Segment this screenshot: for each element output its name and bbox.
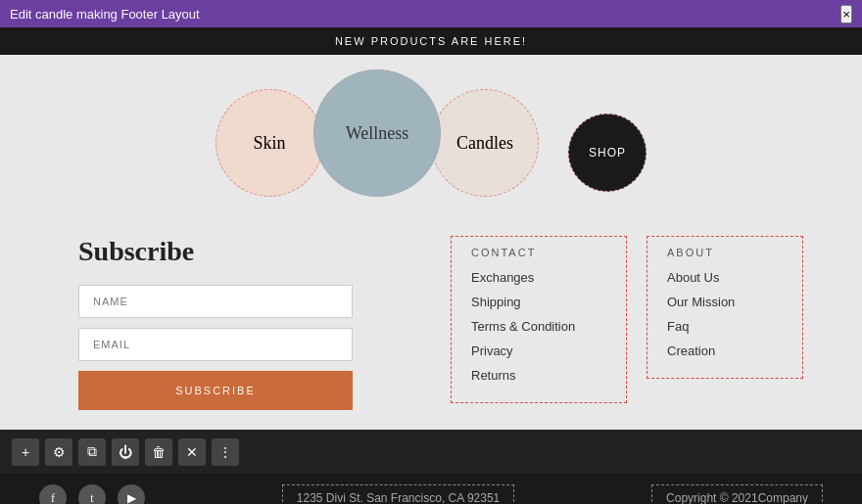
facebook-icon[interactable]: f [39, 484, 67, 504]
social-icons-group: f t ▶ [39, 484, 145, 504]
shop-circle[interactable]: SHOP [568, 114, 646, 192]
skin-label: Skin [253, 133, 285, 154]
title-bar: Edit candle making Footer Layout × [0, 0, 862, 27]
tool-add-button[interactable]: + [12, 438, 39, 466]
shop-circle-item[interactable]: SHOP [568, 74, 646, 192]
tool-more-button[interactable]: ⋮ [212, 438, 239, 466]
tool-power-button[interactable]: ⏻ [112, 438, 139, 466]
facebook-label: f [51, 491, 55, 505]
contact-link-terms[interactable]: Terms & Condition [471, 319, 606, 334]
about-link-faq[interactable]: Faq [667, 319, 783, 334]
about-link-mission[interactable]: Our Mission [667, 295, 783, 309]
name-input[interactable] [78, 285, 353, 318]
contact-link-privacy[interactable]: Privacy [471, 344, 606, 358]
candles-circle[interactable]: Candles [431, 89, 539, 197]
about-link-aboutus[interactable]: About Us [667, 270, 783, 285]
about-heading: ABOUT [667, 247, 783, 258]
footer-copyright: Copyright © 2021Company [651, 484, 823, 504]
contact-section: CONTACT Exchanges Shipping Terms & Condi… [451, 236, 627, 403]
footer-body: Subscribe SUBSCRIBE CONTACT Exchanges Sh… [0, 216, 862, 430]
bottom-footer-wrapper: f t ▶ 1235 Divi St. San Francisco, CA 92… [0, 474, 862, 504]
subscribe-button[interactable]: SUBSCRIBE [78, 371, 353, 410]
twitter-label: t [90, 491, 93, 505]
title-bar-text: Edit candle making Footer Layout [10, 7, 200, 22]
subscribe-section: Subscribe SUBSCRIBE [78, 236, 353, 410]
wellness-circle-item[interactable]: Wellness [313, 69, 441, 197]
youtube-icon[interactable]: ▶ [118, 484, 145, 504]
subscribe-heading: Subscribe [78, 236, 353, 267]
product-circles-section: Skin Wellness Candles SHOP [0, 55, 862, 216]
copyright-text: Copyright © 2021Company [666, 491, 808, 504]
wellness-circle[interactable]: Wellness [313, 69, 441, 197]
email-input[interactable] [78, 328, 353, 361]
skin-circle[interactable]: Skin [216, 89, 323, 197]
shop-label: SHOP [589, 146, 626, 160]
bottom-footer: f t ▶ 1235 Divi St. San Francisco, CA 92… [0, 474, 862, 504]
tool-settings-button[interactable]: ⚙ [45, 438, 72, 466]
bottom-toolbar: + ⚙ ⧉ ⏻ 🗑 ✕ ⋮ [0, 430, 862, 474]
wellness-label: Wellness [346, 123, 409, 144]
contact-link-returns[interactable]: Returns [471, 368, 606, 383]
skin-circle-item[interactable]: Skin [216, 69, 323, 197]
tool-close-button[interactable]: ✕ [178, 438, 206, 466]
candles-label: Candles [456, 133, 513, 154]
footer-address: 1235 Divi St. San Francisco, CA 92351 [282, 484, 514, 504]
tool-delete-button[interactable]: 🗑 [145, 438, 172, 466]
contact-link-shipping[interactable]: Shipping [471, 295, 606, 309]
about-link-creation[interactable]: Creation [667, 344, 783, 358]
contact-heading: CONTACT [471, 247, 606, 258]
tool-copy-button[interactable]: ⧉ [78, 438, 106, 466]
banner-text: NEW PRODUCTS ARE HERE! [335, 35, 527, 47]
close-window-button[interactable]: × [840, 5, 852, 23]
twitter-icon[interactable]: t [78, 484, 106, 504]
top-banner: NEW PRODUCTS ARE HERE! [0, 27, 862, 55]
address-text: 1235 Divi St. San Francisco, CA 92351 [297, 491, 500, 504]
youtube-label: ▶ [127, 491, 136, 505]
candles-circle-item[interactable]: Candles [431, 69, 539, 197]
about-section: ABOUT About Us Our Mission Faq Creation [646, 236, 803, 379]
contact-link-exchanges[interactable]: Exchanges [471, 270, 606, 285]
